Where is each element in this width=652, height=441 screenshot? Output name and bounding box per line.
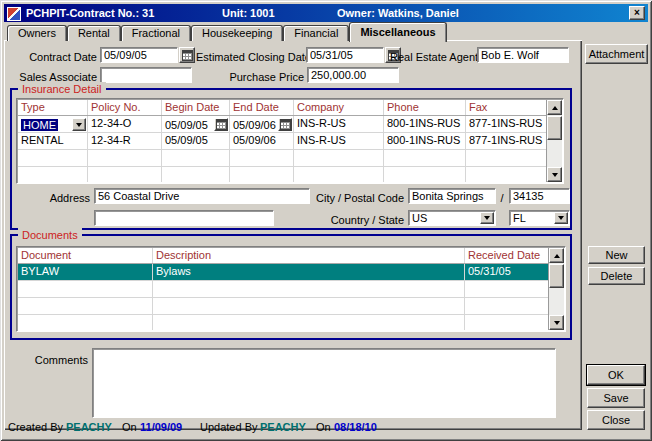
country-value: US xyxy=(409,211,480,225)
country-state-label: Country / State xyxy=(316,212,404,228)
scroll-down-icon[interactable] xyxy=(547,167,562,182)
tab-owners[interactable]: Owners xyxy=(7,25,67,41)
insurance-fax-cell[interactable]: 877-1INS-RUS xyxy=(466,116,546,132)
col-header-begin-date: Begin Date xyxy=(162,100,230,115)
documents-row-empty[interactable] xyxy=(18,281,548,298)
col-header-description: Description xyxy=(153,248,465,263)
scroll-up-icon[interactable] xyxy=(549,248,564,263)
purchase-price-label: Purchase Price xyxy=(214,69,304,85)
city-field[interactable] xyxy=(408,188,496,204)
address-label: Address xyxy=(32,190,90,206)
updated-on-label: On xyxy=(316,421,331,433)
tab-housekeeping[interactable]: Housekeeping xyxy=(191,25,283,41)
created-by-value: PEACHY xyxy=(66,421,112,433)
contract-date-label: Contract Date xyxy=(10,49,97,65)
col-header-fax: Fax xyxy=(466,100,546,115)
insurance-scrollbar[interactable] xyxy=(546,100,562,182)
col-header-policy-no: Policy No. xyxy=(88,100,162,115)
attachment-button[interactable]: Attachment xyxy=(585,44,648,64)
save-button[interactable]: Save xyxy=(587,388,645,408)
created-on-label: On xyxy=(122,421,137,433)
country-dropdown-icon[interactable] xyxy=(480,212,494,224)
tab-rental[interactable]: Rental xyxy=(67,25,121,41)
contract-date-calendar-icon[interactable] xyxy=(179,47,195,63)
window-title: PCHPIT-Contract No.: 31 xyxy=(26,7,154,19)
comments-label: Comments xyxy=(32,352,88,368)
end-date-calendar-icon[interactable] xyxy=(278,118,292,131)
documents-header-row: Document Description Received Date xyxy=(18,248,548,264)
insurance-grid: Type Policy No. Begin Date End Date Comp… xyxy=(16,98,564,184)
insurance-type-cell[interactable]: HOME xyxy=(18,116,88,132)
main-panel: Contract Date Estimated Closing Date Rea… xyxy=(4,40,582,430)
created-by-label: Created By xyxy=(8,421,63,433)
titlebar: PCHPIT-Contract No.: 31 Unit: 1001 Owner… xyxy=(4,4,648,22)
type-dropdown-icon[interactable] xyxy=(72,118,86,131)
insurance-header-row: Type Policy No. Begin Date End Date Comp… xyxy=(18,100,546,116)
insurance-row-empty[interactable] xyxy=(18,150,546,167)
close-button[interactable]: Close xyxy=(587,410,645,430)
app-icon xyxy=(7,7,21,21)
new-button[interactable]: New xyxy=(588,246,645,264)
documents-group: Documents Document Description Received … xyxy=(10,234,572,340)
window-unit: Unit: 1001 xyxy=(222,7,275,19)
selected-type-value: HOME xyxy=(21,119,58,131)
documents-title: Documents xyxy=(18,228,82,242)
real-estate-agent-label: Real Estate Agent xyxy=(390,49,474,65)
insurance-policy-cell[interactable]: 12-34-O xyxy=(88,116,162,132)
documents-scrollbar[interactable] xyxy=(548,248,564,330)
col-header-end-date: End Date xyxy=(230,100,294,115)
updated-by-value: PEACHY xyxy=(260,421,306,433)
state-dropdown-icon[interactable] xyxy=(554,212,568,224)
delete-button[interactable]: Delete xyxy=(588,267,645,285)
insurance-row-rental[interactable]: RENTAL 12-34-R 05/09/05 05/09/06 INS-R-U… xyxy=(18,133,546,150)
postal-code-field[interactable] xyxy=(509,188,570,204)
col-header-company: Company xyxy=(294,100,384,115)
insurance-row-home[interactable]: HOME 12-34-O 05/09/05 05/09/06 INS-R-U xyxy=(18,116,546,133)
tab-bar: Owners Rental Fractional Housekeeping Fi… xyxy=(7,22,447,41)
real-estate-agent-field[interactable] xyxy=(477,47,569,63)
col-header-document: Document xyxy=(18,248,153,263)
close-icon[interactable]: × xyxy=(629,6,645,20)
col-header-type: Type xyxy=(18,100,88,115)
insurance-end-cell[interactable]: 05/09/06 xyxy=(230,116,294,132)
city-postal-label: City / Postal Code xyxy=(316,190,404,206)
window-owner: Owner: Watkins, Daniel xyxy=(337,7,459,19)
scrollbar-thumb[interactable] xyxy=(547,116,562,140)
tab-fractional[interactable]: Fractional xyxy=(121,25,191,41)
tab-miscellaneous[interactable]: Miscellaneous xyxy=(349,22,446,42)
state-combo[interactable]: FL xyxy=(509,210,570,226)
documents-row-empty[interactable] xyxy=(18,298,548,315)
col-header-phone: Phone xyxy=(384,100,466,115)
scrollbar-thumb[interactable] xyxy=(549,264,564,288)
sales-associate-field[interactable] xyxy=(100,67,192,83)
scroll-up-icon[interactable] xyxy=(547,100,562,115)
contract-date-field[interactable] xyxy=(100,47,178,63)
contract-window: PCHPIT-Contract No.: 31 Unit: 1001 Owner… xyxy=(0,0,652,441)
insurance-detail-group: Insurance Detail Type Policy No. Begin D… xyxy=(10,88,572,230)
documents-grid: Document Description Received Date BYLAW… xyxy=(16,246,566,332)
state-value: FL xyxy=(510,211,554,225)
created-on-value: 11/09/09 xyxy=(140,421,182,433)
insurance-begin-cell[interactable]: 05/09/05 xyxy=(162,116,230,132)
insurance-row-empty[interactable] xyxy=(18,167,546,182)
insurance-detail-title: Insurance Detail xyxy=(18,82,106,96)
tab-financial[interactable]: Financial xyxy=(283,25,349,41)
col-header-received-date: Received Date xyxy=(465,248,548,263)
estimated-closing-date-field[interactable] xyxy=(306,47,384,63)
country-combo[interactable]: US xyxy=(408,210,496,226)
estimated-closing-date-label: Estimated Closing Date xyxy=(196,49,304,65)
address2-field[interactable] xyxy=(94,210,274,226)
purchase-price-field[interactable] xyxy=(307,67,399,83)
updated-by-label: Updated By xyxy=(200,421,257,433)
documents-row-bylaw[interactable]: BYLAW Bylaws 05/31/05 xyxy=(18,264,548,281)
insurance-company-cell[interactable]: INS-R-US xyxy=(294,116,384,132)
ok-button[interactable]: OK xyxy=(587,365,645,385)
begin-date-calendar-icon[interactable] xyxy=(214,118,228,131)
address-field[interactable] xyxy=(94,188,310,204)
insurance-phone-cell[interactable]: 800-1INS-RUS xyxy=(384,116,466,132)
comments-field[interactable] xyxy=(92,348,556,418)
city-postal-separator: / xyxy=(498,190,506,206)
updated-on-value: 08/18/10 xyxy=(334,421,377,433)
documents-row-empty[interactable] xyxy=(18,315,548,330)
scroll-down-icon[interactable] xyxy=(549,315,564,330)
